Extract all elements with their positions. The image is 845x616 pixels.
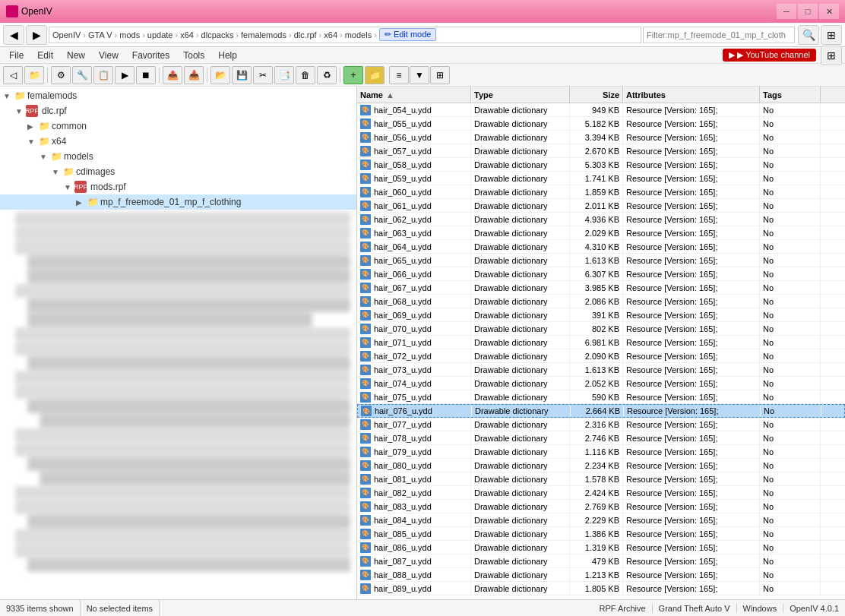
file-row[interactable]: 🎨 hair_085_u.ydd Drawable dictionary 1.3…	[357, 527, 845, 541]
file-row[interactable]: 🎨 hair_073_u.ydd Drawable dictionary 1.6…	[357, 363, 845, 377]
file-row[interactable]: 🎨 hair_054_u.ydd Drawable dictionary 949…	[357, 103, 845, 117]
tree-item-dlcrpf[interactable]: ▼ RPF dlc.rpf	[0, 103, 356, 118]
col-header-tags[interactable]: Tags	[760, 87, 821, 103]
tb-btn-folder-add[interactable]: 📁	[365, 66, 385, 84]
tb-btn-12[interactable]: 🗑	[296, 66, 315, 84]
file-row[interactable]: 🎨 hair_071_u.ydd Drawable dictionary 6.9…	[357, 336, 845, 349]
forward-button[interactable]: ▶	[26, 25, 47, 45]
tree-toggle-dlcrpf[interactable]: ▼	[15, 107, 24, 115]
col-header-attrs[interactable]: Attributes	[623, 87, 760, 103]
file-row[interactable]: 🎨 hair_055_u.ydd Drawable dictionary 5.1…	[357, 117, 845, 131]
back-button[interactable]: ◀	[3, 25, 24, 45]
file-row[interactable]: 🎨 hair_060_u.ydd Drawable dictionary 1.8…	[357, 185, 845, 199]
tree-toggle-cdimages[interactable]: ▼	[52, 168, 61, 176]
menu-help[interactable]: Help	[212, 49, 243, 62]
bc-openiv[interactable]: OpenIV	[52, 30, 81, 39]
file-row[interactable]: 🎨 hair_078_u.ydd Drawable dictionary 2.7…	[357, 431, 845, 445]
tree-item-modsrpf[interactable]: ▼ RPF mods.rpf	[0, 179, 356, 194]
col-header-name[interactable]: Name ▲	[357, 87, 471, 103]
file-row[interactable]: 🎨 hair_062_u.ydd Drawable dictionary 4.9…	[357, 213, 845, 226]
file-row[interactable]: 🎨 hair_064_u.ydd Drawable dictionary 4.3…	[357, 240, 845, 254]
tb-btn-9[interactable]: 💾	[232, 66, 252, 84]
view-list-btn[interactable]: ≡	[389, 66, 409, 84]
file-row[interactable]: 🎨 hair_061_u.ydd Drawable dictionary 2.0…	[357, 199, 845, 213]
file-row[interactable]: 🎨 hair_086_u.ydd Drawable dictionary 1.3…	[357, 541, 845, 554]
menu-view[interactable]: View	[93, 49, 125, 62]
file-row[interactable]: 🎨 hair_081_u.ydd Drawable dictionary 1.5…	[357, 472, 845, 486]
file-row[interactable]: 🎨 hair_079_u.ydd Drawable dictionary 1.1…	[357, 445, 845, 459]
youtube-button[interactable]: ▶ ▶ YouTube channel	[723, 49, 816, 62]
view-options-button[interactable]: ⊞	[821, 25, 842, 45]
tree-item-cdimages[interactable]: ▼ 📁 cdimages	[0, 164, 356, 179]
tree-toggle-femalemods[interactable]: ▼	[3, 92, 12, 100]
file-row[interactable]: 🎨 hair_067_u.ydd Drawable dictionary 3.9…	[357, 281, 845, 295]
search-button[interactable]: 🔍	[798, 25, 819, 45]
view-detail-btn[interactable]: ▼	[410, 66, 429, 84]
menu-favorites[interactable]: Favorites	[126, 49, 176, 62]
tb-btn-10[interactable]: ✂	[253, 66, 273, 84]
file-row[interactable]: 🎨 hair_069_u.ydd Drawable dictionary 391…	[357, 308, 845, 322]
col-header-size[interactable]: Size	[570, 87, 623, 103]
bc-x64[interactable]: x64	[180, 30, 194, 39]
toolbar-view-btn[interactable]: ⊞	[821, 46, 842, 65]
view-large-btn[interactable]: ⊞	[430, 66, 450, 84]
file-row[interactable]: 🎨 hair_076_u.ydd Drawable dictionary 2.6…	[357, 404, 845, 418]
bc-dlcpacks[interactable]: dlcpacks	[201, 30, 234, 39]
search-input[interactable]	[643, 27, 795, 43]
file-row[interactable]: 🎨 hair_059_u.ydd Drawable dictionary 1.7…	[357, 172, 845, 185]
tb-btn-8[interactable]: 📂	[210, 66, 230, 84]
menu-file[interactable]: File	[3, 49, 30, 62]
tree-toggle-modsrpf[interactable]: ▼	[64, 183, 73, 191]
tree-item-x64[interactable]: ▼ 📁 x64	[0, 134, 356, 149]
tb-back[interactable]: ◁	[3, 66, 23, 84]
file-row[interactable]: 🎨 hair_084_u.ydd Drawable dictionary 2.2…	[357, 513, 845, 527]
tb-btn-1[interactable]: ⚙	[51, 66, 71, 84]
file-row[interactable]: 🎨 hair_082_u.ydd Drawable dictionary 2.4…	[357, 486, 845, 500]
bc-update[interactable]: update	[147, 30, 173, 39]
tree-item-common[interactable]: ▶ 📁 common	[0, 118, 356, 134]
tb-btn-6[interactable]: 📤	[163, 66, 182, 84]
bc-models[interactable]: models	[345, 30, 372, 39]
tb-btn-11[interactable]: 📑	[274, 66, 294, 84]
tree-toggle-x64[interactable]: ▼	[27, 137, 36, 146]
close-button[interactable]: ✕	[819, 4, 839, 19]
tb-new-folder[interactable]: 📁	[24, 66, 44, 84]
edit-mode-badge[interactable]: ✏ Edit mode	[379, 28, 437, 41]
tree-item-mpf[interactable]: ▶ 📁 mp_f_freemode_01_mp_f_clothing	[0, 194, 356, 210]
minimize-button[interactable]: ─	[777, 4, 796, 19]
tb-btn-5[interactable]: ⏹	[136, 66, 156, 84]
tb-btn-4[interactable]: ▶	[115, 66, 135, 84]
maximize-button[interactable]: □	[798, 4, 818, 19]
bc-dlcrpf[interactable]: dlc.rpf	[294, 30, 317, 39]
col-header-type[interactable]: Type	[471, 87, 570, 103]
file-row[interactable]: 🎨 hair_068_u.ydd Drawable dictionary 2.0…	[357, 295, 845, 308]
file-row[interactable]: 🎨 hair_077_u.ydd Drawable dictionary 2.3…	[357, 418, 845, 431]
tb-btn-3[interactable]: 📋	[93, 66, 113, 84]
file-row[interactable]: 🎨 hair_066_u.ydd Drawable dictionary 6.3…	[357, 267, 845, 281]
file-row[interactable]: 🎨 hair_083_u.ydd Drawable dictionary 2.7…	[357, 500, 845, 513]
file-row[interactable]: 🎨 hair_087_u.ydd Drawable dictionary 479…	[357, 554, 845, 568]
file-row[interactable]: 🎨 hair_089_u.ydd Drawable dictionary 1.8…	[357, 582, 845, 595]
file-list-body[interactable]: 🎨 hair_054_u.ydd Drawable dictionary 949…	[357, 103, 845, 599]
tree-item-femalemods[interactable]: ▼ 📁 femalemods	[0, 88, 356, 103]
tb-btn-2[interactable]: 🔧	[72, 66, 92, 84]
file-row[interactable]: 🎨 hair_056_u.ydd Drawable dictionary 3.3…	[357, 131, 845, 144]
file-row[interactable]: 🎨 hair_072_u.ydd Drawable dictionary 2.0…	[357, 349, 845, 363]
menu-edit[interactable]: Edit	[31, 49, 59, 62]
file-row[interactable]: 🎨 hair_065_u.ydd Drawable dictionary 1.6…	[357, 254, 845, 267]
tree-toggle-mpf[interactable]: ▶	[76, 198, 85, 207]
file-row[interactable]: 🎨 hair_070_u.ydd Drawable dictionary 802…	[357, 322, 845, 336]
tb-btn-7[interactable]: 📥	[184, 66, 204, 84]
file-row[interactable]: 🎨 hair_074_u.ydd Drawable dictionary 2.0…	[357, 377, 845, 390]
bc-mods[interactable]: mods	[119, 30, 140, 39]
menu-new[interactable]: New	[61, 49, 91, 62]
tb-btn-add[interactable]: +	[343, 66, 363, 84]
file-row[interactable]: 🎨 hair_080_u.ydd Drawable dictionary 2.2…	[357, 459, 845, 472]
tb-btn-13[interactable]: ♻	[317, 66, 337, 84]
bc-femalemods[interactable]: femalemods	[241, 30, 286, 39]
file-row[interactable]: 🎨 hair_057_u.ydd Drawable dictionary 2.6…	[357, 144, 845, 158]
bc-x64-2[interactable]: x64	[324, 30, 337, 39]
tree-toggle-models[interactable]: ▼	[40, 153, 49, 161]
file-row[interactable]: 🎨 hair_063_u.ydd Drawable dictionary 2.0…	[357, 226, 845, 240]
tree-item-models[interactable]: ▼ 📁 models	[0, 149, 356, 164]
